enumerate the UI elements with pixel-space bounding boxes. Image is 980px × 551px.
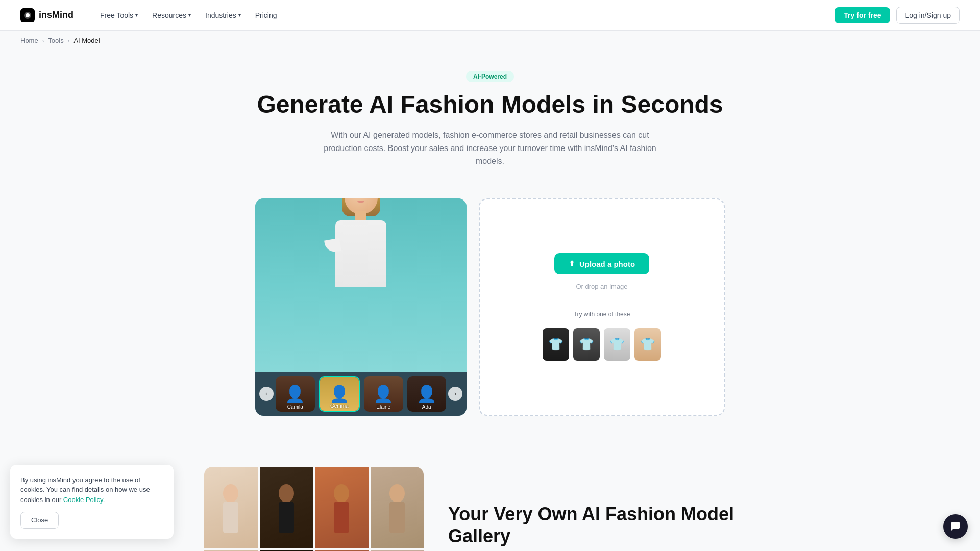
hero-section: AI-Powered Generate AI Fashion Models in… — [0, 51, 980, 198]
sample-thumb-3[interactable]: 👕 — [604, 328, 630, 361]
svg-point-8 — [389, 484, 405, 503]
svg-point-1 — [26, 13, 30, 17]
nav-free-tools[interactable]: Free Tools ▾ — [94, 7, 144, 23]
sample-thumbs: 👕 👕 👕 👕 — [543, 328, 661, 361]
svg-rect-7 — [334, 502, 349, 533]
logo-icon — [20, 8, 35, 22]
navbar: insMind Free Tools ▾ Resources ▾ Industr… — [0, 0, 980, 31]
model-name-ada: Ada — [407, 404, 447, 410]
gallery-item-3 — [315, 467, 369, 548]
demo-section: ‹ 👤 Camila 👤 Gemma 👤 Elaine 👤 Ada › ⬆ — [235, 198, 745, 416]
sample-nude: 👕 — [634, 328, 661, 361]
svg-rect-3 — [223, 502, 238, 533]
cookie-banner: By using insMind you agree to the use of… — [10, 465, 174, 539]
try-free-button[interactable]: Try for free — [835, 7, 890, 23]
nav-resources[interactable]: Resources ▾ — [146, 7, 197, 23]
sample-thumb-4[interactable]: 👕 — [634, 328, 661, 361]
cookie-close-button[interactable]: Close — [20, 512, 59, 529]
gallery-item-2 — [260, 467, 313, 548]
svg-point-6 — [334, 484, 349, 503]
chevron-down-icon: ▾ — [188, 12, 191, 18]
nav-items: Free Tools ▾ Resources ▾ Industries ▾ Pr… — [94, 7, 818, 23]
nav-industries[interactable]: Industries ▾ — [199, 7, 247, 23]
chevron-down-icon: ▾ — [135, 12, 138, 18]
model-name-camila: Camila — [276, 404, 315, 410]
sample-mid: 👕 — [573, 328, 600, 361]
hero-title: Generate AI Fashion Models in Seconds — [20, 90, 960, 118]
hero-description: With our AI generated models, fashion e-… — [316, 129, 664, 168]
logo[interactable]: insMind — [20, 8, 74, 22]
try-samples-label: Try with one of these — [574, 311, 630, 318]
model-gallery-grid — [204, 467, 424, 551]
upload-icon: ⬆ — [569, 259, 575, 268]
model-thumb-ada[interactable]: 👤 Ada — [407, 376, 447, 412]
svg-rect-9 — [389, 502, 405, 533]
model-thumb-elaine[interactable]: 👤 Elaine — [364, 376, 403, 412]
prev-model-button[interactable]: ‹ — [259, 387, 274, 401]
model-name-gemma: Gemma — [320, 403, 359, 409]
model-thumb-gemma[interactable]: 👤 Gemma — [319, 376, 360, 412]
model-name-elaine: Elaine — [364, 404, 403, 410]
model-thumb-camila[interactable]: 👤 Camila — [276, 376, 315, 412]
breadcrumb-sep-1: › — [42, 38, 44, 44]
chevron-down-icon: ▾ — [238, 12, 241, 18]
gallery-section: Your Very Own AI Fashion Model Gallery i… — [184, 446, 796, 551]
model-preview-card: ‹ 👤 Camila 👤 Gemma 👤 Elaine 👤 Ada › — [255, 198, 467, 416]
model-display — [255, 198, 467, 372]
nav-actions: Try for free Log in/Sign up — [835, 7, 960, 24]
upload-card: ⬆ Upload a photo Or drop an image Try wi… — [479, 198, 725, 416]
sample-thumb-1[interactable]: 👕 — [543, 328, 569, 361]
model-torso — [335, 220, 386, 287]
sample-thumb-2[interactable]: 👕 — [573, 328, 600, 361]
upload-or-text: Or drop an image — [576, 283, 627, 290]
breadcrumb-home[interactable]: Home — [20, 37, 38, 44]
sample-dark: 👕 — [543, 328, 569, 361]
cookie-policy-link[interactable]: Cookie Policy — [63, 496, 103, 504]
gallery-item-1 — [204, 467, 258, 548]
model-neck — [355, 211, 366, 221]
cookie-text: By using insMind you agree to the use of… — [20, 475, 163, 505]
svg-rect-5 — [279, 502, 294, 533]
breadcrumb-sep-2: › — [68, 38, 70, 44]
breadcrumb-current: AI Model — [74, 37, 100, 44]
breadcrumb: Home › Tools › AI Model — [0, 31, 980, 51]
model-figure — [310, 198, 412, 336]
breadcrumb-tools[interactable]: Tools — [48, 37, 63, 44]
chat-widget-button[interactable] — [943, 514, 968, 539]
model-shoulder — [324, 238, 341, 254]
logo-text: insMind — [39, 10, 74, 20]
login-button[interactable]: Log in/Sign up — [896, 7, 960, 24]
svg-point-2 — [223, 484, 238, 503]
sample-light: 👕 — [604, 328, 630, 361]
ai-powered-badge: AI-Powered — [466, 71, 514, 82]
nav-pricing[interactable]: Pricing — [249, 7, 283, 23]
upload-photo-button[interactable]: ⬆ Upload a photo — [554, 253, 649, 274]
next-model-button[interactable]: › — [448, 387, 462, 401]
gallery-text: Your Very Own AI Fashion Model Gallery i… — [448, 503, 776, 551]
gallery-title: Your Very Own AI Fashion Model Gallery — [448, 503, 776, 547]
svg-point-4 — [279, 484, 294, 503]
gallery-item-4 — [371, 467, 424, 548]
